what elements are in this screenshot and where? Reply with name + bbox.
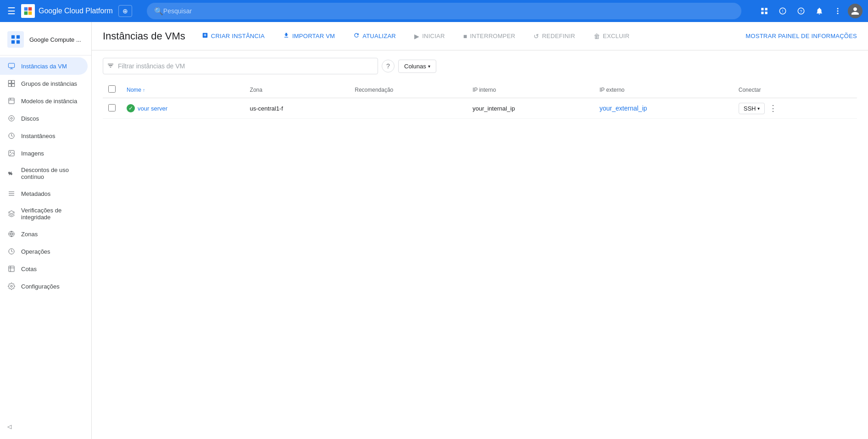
sidebar-item-metadados[interactable]: Metadados [0, 185, 88, 202]
svg-text:?: ? [800, 9, 802, 14]
svg-rect-22 [8, 84, 11, 87]
sidebar-item-imagens[interactable]: Imagens [0, 144, 88, 162]
sidebar-item-label: Verificações de integridade [21, 207, 80, 221]
collapse-icon: ◁ [7, 423, 11, 430]
sidebar-item-modelos[interactable]: Modelos de instância [0, 92, 88, 110]
search-bar[interactable]: 🔍 [147, 3, 741, 19]
row-name-cell: ✓ vour server [121, 98, 245, 119]
svg-text:%: % [8, 171, 12, 176]
columns-label: Colunas [404, 63, 426, 70]
sidebar-header: Google Compute ... [0, 26, 91, 56]
row-zona-cell: us-central1-f [245, 98, 350, 119]
th-zona: Zona [245, 82, 350, 98]
compute-icon [7, 31, 24, 48]
grupos-icon [7, 79, 16, 88]
more-options-icon[interactable] [829, 3, 846, 19]
sidebar-item-zonas[interactable]: Zonas [0, 225, 88, 243]
vm-icon [7, 62, 16, 70]
connect-cell-wrap: SSH ▾ ⋮ [739, 102, 851, 115]
th-nome[interactable]: Nome ↑ [121, 82, 245, 98]
top-navigation: ☰ Google Cloud Platform ⊕ 🔍 ! ? [0, 0, 868, 22]
sidebar-collapse-btn[interactable]: ◁ [0, 420, 92, 433]
main-content: Instâncias de VMs CRIAR INSTÂNCIA IMPORT… [92, 22, 868, 439]
instantaneos-icon [7, 132, 16, 140]
sidebar-item-discos[interactable]: Discos [0, 110, 88, 127]
svg-point-31 [10, 152, 11, 153]
select-all-checkbox[interactable] [108, 85, 116, 93]
vm-instances-table: Nome ↑ Zona Recomendação IP interno [103, 82, 857, 119]
row-more-options-button[interactable]: ⋮ [767, 102, 779, 115]
select-all-header[interactable] [103, 82, 121, 98]
atualizar-button[interactable]: ATUALIZAR [348, 29, 401, 43]
row-select-checkbox[interactable] [108, 104, 116, 111]
search-input[interactable] [163, 7, 734, 15]
svg-rect-4 [761, 8, 763, 10]
main-layout: Google Compute ... Instâncias da VM Grup… [0, 22, 868, 439]
brand-title: Google Cloud Platform [39, 7, 113, 15]
sidebar-item-label: Modelos de instância [21, 98, 77, 105]
page-title: Instâncias de VMs [103, 30, 185, 42]
search-icon: 🔍 [154, 7, 163, 16]
th-ip-externo: IP externo [594, 82, 733, 98]
user-avatar[interactable] [848, 4, 862, 18]
project-switcher[interactable]: ⊕ [118, 5, 132, 17]
columns-button[interactable]: Colunas ▾ [398, 60, 436, 73]
server-name-container: ✓ vour server [127, 104, 239, 112]
updates-icon[interactable]: ! [774, 3, 791, 19]
filter-input[interactable] [118, 62, 374, 70]
ssh-button[interactable]: SSH ▾ [739, 103, 765, 114]
svg-rect-18 [17, 40, 20, 44]
filter-input-wrap[interactable] [103, 58, 378, 74]
verificacoes-icon [7, 210, 16, 218]
sidebar-item-label: Descontos de uso contínuo [21, 167, 80, 180]
row-ip-externo-cell: your_external_ip [594, 98, 733, 119]
zonas-icon [7, 230, 16, 238]
importar-vm-button[interactable]: IMPORTAR VM [278, 29, 340, 43]
server-name-link[interactable]: vour server [138, 105, 167, 112]
operacoes-icon [7, 247, 16, 256]
iniciar-button[interactable]: ▶ INICIAR [409, 30, 451, 43]
hamburger-menu[interactable]: ☰ [6, 4, 17, 18]
iniciar-label: INICIAR [422, 33, 445, 39]
filter-row: ? Colunas ▾ [103, 58, 857, 74]
help-icon[interactable]: ? [793, 3, 809, 19]
sidebar-item-instantaneos[interactable]: Instantâneos [0, 127, 88, 144]
filter-icon [107, 62, 114, 71]
svg-text:!: ! [782, 9, 784, 13]
sidebar-item-descontos[interactable]: % Descontos de uso contínuo [0, 162, 88, 185]
sidebar-item-label: Cotas [21, 266, 37, 272]
excluir-button[interactable]: 🗑 EXCLUIR [588, 30, 635, 43]
redefinir-icon: ↺ [534, 33, 539, 40]
sidebar-item-instancias-vm[interactable]: Instâncias da VM [0, 57, 88, 75]
svg-point-13 [837, 11, 839, 12]
interromper-button[interactable]: ■ INTERROMPER [458, 30, 521, 43]
svg-point-39 [11, 285, 12, 287]
sidebar-item-label: Grupos de instâncias [21, 80, 77, 87]
descontos-icon: % [7, 169, 16, 178]
nav-icons: ! ? [756, 3, 862, 19]
ip-externo-value[interactable]: your_external_ip [600, 105, 647, 112]
sidebar-item-operacoes[interactable]: Operações [0, 243, 88, 260]
criar-instancia-label: CRIAR INSTÂNCIA [211, 33, 265, 39]
sidebar-item-configuracoes[interactable]: Configurações [0, 278, 88, 295]
svg-rect-23 [12, 84, 15, 87]
th-ip-interno: IP interno [467, 82, 594, 98]
sidebar-item-label: Configurações [21, 283, 60, 290]
show-info-panel-btn[interactable]: MOSTRAR PAINEL DE INFORMAÇÕES [746, 33, 857, 39]
excluir-icon: 🗑 [594, 33, 600, 40]
row-checkbox-cell[interactable] [103, 98, 121, 119]
svg-point-12 [837, 8, 839, 9]
notifications-icon[interactable] [811, 3, 828, 19]
row-ip-interno-cell: your_internal_ip [467, 98, 594, 119]
filter-help-icon[interactable]: ? [382, 60, 395, 72]
configuracoes-icon [7, 282, 16, 290]
atualizar-label: ATUALIZAR [362, 33, 396, 39]
importar-icon [283, 32, 289, 40]
redefinir-button[interactable]: ↺ REDEFINIR [528, 30, 581, 43]
sidebar-item-grupos-instancias[interactable]: Grupos de instâncias [0, 75, 88, 92]
tasks-icon[interactable] [756, 3, 773, 19]
sidebar-item-cotas[interactable]: Cotas [0, 260, 88, 278]
sidebar-item-verificacoes[interactable]: Verificações de integridade [0, 202, 88, 225]
brand-area: Google Cloud Platform [21, 4, 113, 18]
criar-instancia-button[interactable]: CRIAR INSTÂNCIA [196, 29, 270, 43]
